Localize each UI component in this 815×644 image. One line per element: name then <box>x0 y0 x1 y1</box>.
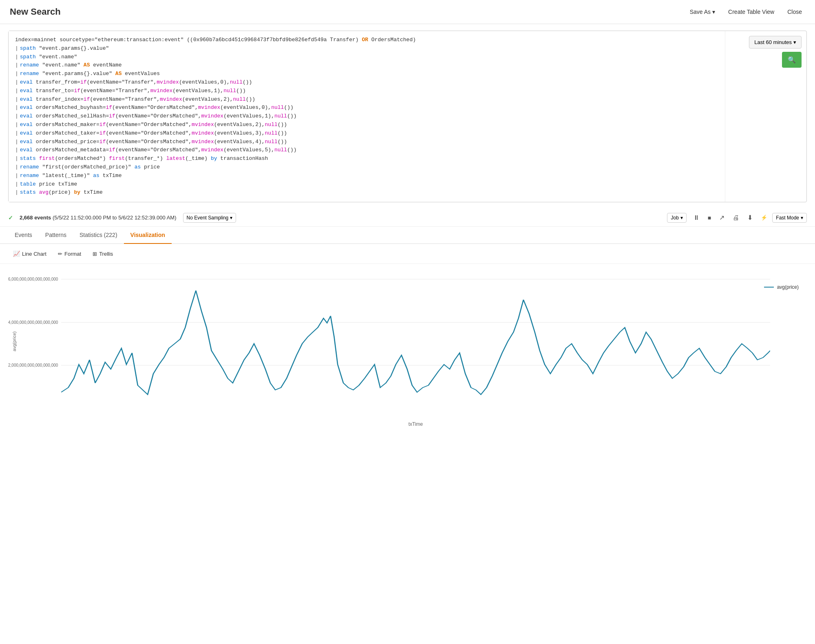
tab-patterns[interactable]: Patterns <box>39 227 73 244</box>
query-line-11: | eval ordersMatched_taker=if(eventName=… <box>15 129 718 138</box>
query-line-17: | table price txTime <box>15 180 718 189</box>
events-count: 2,668 events (5/5/22 11:52:00.000 PM to … <box>20 215 177 221</box>
search-icon: 🔍 <box>788 56 796 63</box>
chart-container: avg(price) 6,000,000,000,000,000,000 4,0… <box>8 272 807 427</box>
header-actions: Save As ▾ Create Table View Close <box>687 7 805 17</box>
query-line-16: | rename "latest(_time)" as txTime <box>15 172 718 180</box>
search-editor[interactable]: index=mainnet sourcetype="ethereum:trans… <box>9 31 725 202</box>
line-chart-button[interactable]: 📈 Line Chart <box>8 248 51 259</box>
query-line-15: | rename "first(ordersMatched_price)" as… <box>15 163 718 172</box>
stop-button[interactable]: ■ <box>706 212 713 223</box>
pencil-icon: ✏ <box>58 251 62 257</box>
line-chart-svg <box>61 272 770 411</box>
query-line-13: | eval ordersMatched_metadata=if(eventNa… <box>15 146 718 155</box>
pause-button[interactable]: ⏸ <box>691 212 701 223</box>
query-line-14: | stats first(ordersMatched*) first(tran… <box>15 155 718 163</box>
query-line-4: | rename "event.params{}.value" AS event… <box>15 70 718 78</box>
query-line-12: | eval ordersMatched_price=if(eventName=… <box>15 138 718 146</box>
tab-events[interactable]: Events <box>8 227 39 244</box>
query-line-3: | rename "event.name" AS eventName <box>15 61 718 70</box>
chevron-down-icon: ▾ <box>793 39 796 45</box>
search-area: index=mainnet sourcetype="ethereum:trans… <box>8 31 807 202</box>
print-button[interactable]: 🖨 <box>731 212 741 223</box>
download-icon: ⬇ <box>747 214 753 221</box>
print-icon: 🖨 <box>733 214 739 221</box>
page-header: New Search Save As ▾ Create Table View C… <box>0 0 815 24</box>
trellis-icon: ⊞ <box>93 251 97 257</box>
stop-icon: ■ <box>708 215 711 221</box>
chevron-down-icon: ▾ <box>712 9 715 15</box>
fast-mode-button[interactable]: Fast Mode ▾ <box>772 213 807 223</box>
chevron-down-icon: ▾ <box>801 215 803 221</box>
chart-area: avg(price) 6,000,000,000,000,000,000 4,0… <box>0 264 815 435</box>
results-tabs: Events Patterns Statistics (222) Visuali… <box>0 227 815 244</box>
check-icon: ✓ <box>8 215 13 221</box>
save-as-button[interactable]: Save As ▾ <box>687 7 718 17</box>
search-button[interactable]: 🔍 <box>782 52 802 68</box>
tab-visualization[interactable]: Visualization <box>124 227 172 244</box>
query-line-0: index=mainnet sourcetype="ethereum:trans… <box>15 36 718 44</box>
query-line-2: | spath "event.name" <box>15 53 718 62</box>
query-line-18: | stats avg(price) by txTime <box>15 188 718 197</box>
share-icon: ↗ <box>719 214 724 221</box>
query-line-1: | spath "event.params{}.value" <box>15 44 718 53</box>
time-range-button[interactable]: Last 60 minutes ▾ <box>749 36 802 49</box>
create-table-view-button[interactable]: Create Table View <box>725 7 777 17</box>
x-axis-label: txTime <box>61 421 770 427</box>
legend-label: avg(price) <box>777 284 799 290</box>
pause-icon: ⏸ <box>693 214 700 221</box>
line-chart-icon: 📈 <box>13 250 20 257</box>
query-line-7: | eval transfer_index=if(eventName="Tran… <box>15 95 718 104</box>
no-event-sampling-button[interactable]: No Event Sampling ▾ <box>183 213 236 223</box>
query-line-9: | eval ordersMatched_sellHash=if(eventNa… <box>15 112 718 121</box>
download-button[interactable]: ⬇ <box>746 212 754 223</box>
lightning-icon: ⚡ <box>761 215 767 221</box>
y-axis-label: avg(price) <box>12 332 17 352</box>
query-line-8: | eval ordersMatched_buyhash=if(eventNam… <box>15 104 718 112</box>
job-button[interactable]: Job ▾ <box>667 213 686 223</box>
query-line-6: | eval transfer_to=if(eventName="Transfe… <box>15 87 718 95</box>
chevron-down-icon: ▾ <box>230 215 232 221</box>
results-bar: ✓ 2,668 events (5/5/22 11:52:00.000 PM t… <box>0 209 815 227</box>
results-actions: Job ▾ ⏸ ■ ↗ 🖨 ⬇ ⚡ Fast Mode ▾ <box>667 212 807 223</box>
close-button[interactable]: Close <box>784 7 805 17</box>
query-line-10: | eval ordersMatched_maker=if(eventName=… <box>15 121 718 129</box>
page-title: New Search <box>10 7 687 17</box>
legend-line <box>764 287 774 288</box>
query-line-5: | eval transfer_from=if(eventName="Trans… <box>15 78 718 87</box>
chevron-down-icon: ▾ <box>680 215 683 221</box>
search-controls: Last 60 minutes ▾ 🔍 <box>725 31 806 202</box>
viz-toolbar: 📈 Line Chart ✏ Format ⊞ Trellis <box>0 244 815 264</box>
share-button[interactable]: ↗ <box>718 212 726 223</box>
trellis-button[interactable]: ⊞ Trellis <box>88 248 118 259</box>
chart-legend: avg(price) <box>764 284 799 290</box>
format-button[interactable]: ✏ Format <box>53 248 86 259</box>
tab-statistics[interactable]: Statistics (222) <box>73 227 124 244</box>
